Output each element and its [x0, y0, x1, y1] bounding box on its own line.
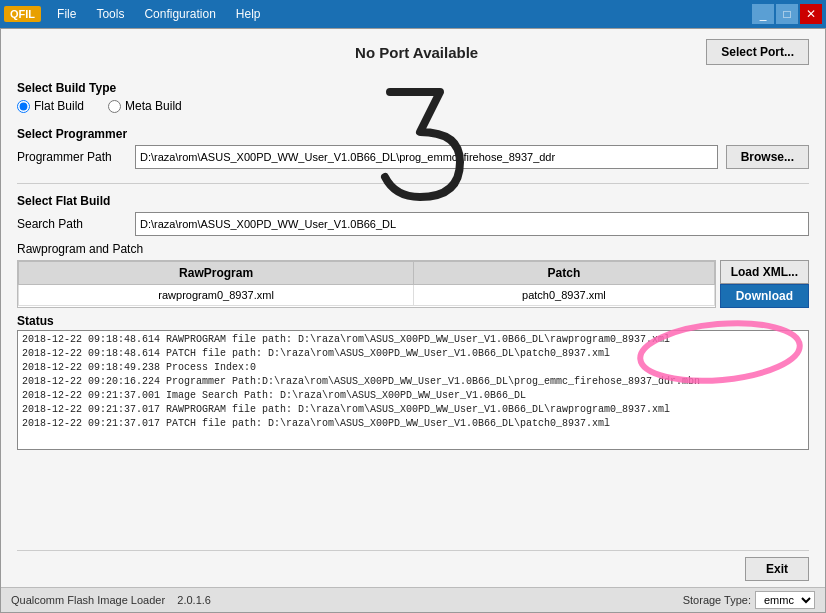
status-box[interactable]: 2018-12-22 09:18:48.614 RAWPROGRAM file … [17, 330, 809, 450]
browse-button[interactable]: Browse... [726, 145, 809, 169]
no-port-label: No Port Available [127, 44, 706, 61]
programmer-path-label: Programmer Path [17, 150, 127, 164]
menu-configuration[interactable]: Configuration [134, 3, 225, 25]
build-type-label: Select Build Type [17, 81, 809, 95]
status-section: Status 2018-12-22 09:18:48.614 RAWPROGRA… [17, 314, 809, 546]
status-line-0: 2018-12-22 09:18:48.614 RAWPROGRAM file … [22, 333, 804, 347]
minimize-button[interactable]: _ [752, 4, 774, 24]
status-line-5: 2018-12-22 09:21:37.017 RAWPROGRAM file … [22, 403, 804, 417]
menu-bar: File Tools Configuration Help [47, 3, 270, 25]
patch-col-header: Patch [414, 262, 714, 285]
bottom-bar: Exit [17, 550, 809, 587]
app-logo: QFIL [4, 6, 41, 22]
meta-build-radio[interactable]: Meta Build [108, 99, 182, 113]
load-xml-button[interactable]: Load XML... [720, 260, 809, 284]
select-port-button[interactable]: Select Port... [706, 39, 809, 65]
close-button[interactable]: ✕ [800, 4, 822, 24]
status-line-6: 2018-12-22 09:21:37.017 PATCH file path:… [22, 417, 804, 431]
status-line-4: 2018-12-22 09:21:37.001 Image Search Pat… [22, 389, 804, 403]
xml-table: RawProgram Patch rawprogram0_8937.xml pa… [18, 261, 715, 306]
download-button[interactable]: Download [720, 284, 809, 308]
table-row: rawprogram0_8937.xml patch0_8937.xml [19, 285, 715, 306]
app-version: 2.0.1.6 [177, 594, 211, 606]
exit-button[interactable]: Exit [745, 557, 809, 581]
content-area: Select Build Type Flat Build Meta Build … [1, 75, 825, 587]
menu-help[interactable]: Help [226, 3, 271, 25]
meta-build-label: Meta Build [125, 99, 182, 113]
programmer-section-label: Select Programmer [17, 127, 809, 141]
status-label: Status [17, 314, 809, 328]
maximize-button[interactable]: □ [776, 4, 798, 24]
search-path-row: Search Path [17, 212, 809, 236]
no-port-bar: No Port Available Select Port... [1, 29, 825, 75]
menu-tools[interactable]: Tools [86, 3, 134, 25]
divider-1 [17, 183, 809, 184]
storage-type-row: Storage Type: emmc [683, 591, 815, 609]
title-bar: QFIL File Tools Configuration Help _ □ ✕ [0, 0, 826, 28]
rawprogram-col-header: RawProgram [19, 262, 414, 285]
build-type-radio-group: Flat Build Meta Build [17, 99, 809, 113]
storage-type-label: Storage Type: [683, 594, 751, 606]
flat-build-radio[interactable]: Flat Build [17, 99, 84, 113]
storage-type-select[interactable]: emmc [755, 591, 815, 609]
programmer-path-input[interactable] [135, 145, 718, 169]
patch-cell: patch0_8937.xml [414, 285, 714, 306]
rawprogram-label: Rawprogram and Patch [17, 242, 809, 256]
window-controls: _ □ ✕ [752, 4, 822, 24]
status-line-2: 2018-12-22 09:18:49.238 Process Index:0 [22, 361, 804, 375]
status-line-1: 2018-12-22 09:18:48.614 PATCH file path:… [22, 347, 804, 361]
footer-bar: Qualcomm Flash Image Loader 2.0.1.6 Stor… [1, 587, 825, 612]
flat-build-section-label: Select Flat Build [17, 194, 809, 208]
main-window: No Port Available Select Port... Select … [0, 28, 826, 613]
app-name-text: Qualcomm Flash Image Loader [11, 594, 165, 606]
app-name: Qualcomm Flash Image Loader 2.0.1.6 [11, 594, 211, 606]
menu-file[interactable]: File [47, 3, 86, 25]
flat-build-label: Flat Build [34, 99, 84, 113]
search-path-input[interactable] [135, 212, 809, 236]
status-line-3: 2018-12-22 09:20:16.224 Programmer Path:… [22, 375, 804, 389]
programmer-row: Programmer Path Browse... [17, 145, 809, 169]
rawprogram-cell: rawprogram0_8937.xml [19, 285, 414, 306]
search-path-label: Search Path [17, 217, 127, 231]
